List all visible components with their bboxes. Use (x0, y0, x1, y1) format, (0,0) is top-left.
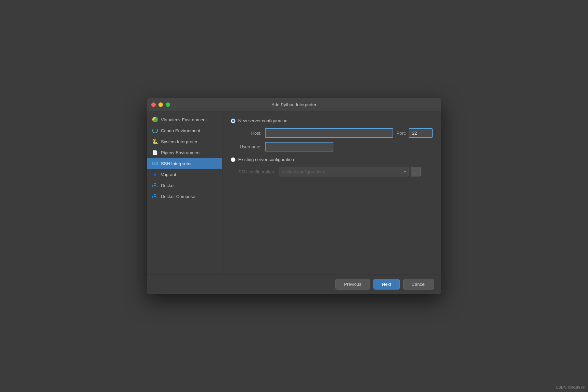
port-label: Port: (397, 131, 406, 136)
sidebar-item-vagrant[interactable]: V Vagrant (147, 169, 222, 180)
main-content: New server configuration Host: Port: Use… (222, 111, 441, 274)
port-row: Port: (397, 128, 433, 138)
svg-rect-4 (154, 183, 155, 184)
ssh-config-dots-button[interactable]: ... (411, 167, 421, 176)
new-server-radio[interactable] (231, 119, 235, 123)
sidebar-item-pipenv[interactable]: 📄 Pipenv Environment (147, 147, 222, 158)
svg-rect-10 (155, 194, 156, 195)
docker-icon (152, 182, 158, 188)
existing-server-radio[interactable] (231, 157, 235, 162)
conda-icon (152, 127, 158, 134)
port-input[interactable] (409, 128, 433, 138)
watermark: CSDN @itoshi rin (556, 385, 585, 389)
ssh-config-select-wrapper: <select configuration> ▼ (279, 167, 409, 176)
sidebar-label-vagrant: Vagrant (161, 172, 176, 177)
cancel-button[interactable]: Cancel (403, 279, 434, 290)
username-input[interactable] (265, 142, 333, 151)
new-server-label[interactable]: New server configuration (238, 118, 287, 123)
maximize-button[interactable] (166, 102, 170, 107)
docker-compose-icon (152, 193, 158, 199)
next-button[interactable]: Next (373, 279, 400, 290)
ssh-config-select[interactable]: <select configuration> (279, 167, 409, 176)
sidebar-item-conda[interactable]: Conda Environment (147, 125, 222, 136)
host-label: Host: (231, 131, 261, 136)
add-python-interpreter-dialog: Add Python Interpreter Virtualenv Enviro… (147, 98, 441, 294)
pipenv-icon: 📄 (152, 149, 158, 156)
sidebar-item-ssh[interactable]: SSH Interpreter (147, 158, 222, 169)
svg-rect-6 (152, 196, 153, 197)
sidebar-item-system[interactable]: 🐍 System Interpreter (147, 136, 222, 147)
svg-rect-9 (154, 194, 155, 195)
dialog-body: Virtualenv Environment Conda Environment… (147, 111, 441, 274)
sidebar-label-conda: Conda Environment (161, 128, 200, 133)
existing-server-label[interactable]: Existing server configuration (238, 157, 294, 162)
existing-server-radio-row: Existing server configuration (231, 157, 433, 162)
sidebar-label-docker-compose: Docker Compose (161, 194, 195, 199)
host-input[interactable] (265, 128, 393, 138)
sidebar-label-docker: Docker (161, 183, 175, 188)
svg-rect-2 (154, 185, 155, 186)
ssh-config-row: SSH configuration: <select configuration… (238, 167, 433, 176)
minimize-button[interactable] (158, 102, 163, 107)
username-label: Username: (231, 144, 261, 149)
sidebar-item-docker-compose[interactable]: Docker Compose (147, 191, 222, 202)
vagrant-icon: V (152, 171, 158, 177)
dialog-title: Add Python Interpreter (272, 102, 317, 107)
sidebar-item-docker[interactable]: Docker (147, 180, 222, 191)
sidebar-item-virtualenv[interactable]: Virtualenv Environment (147, 114, 222, 125)
title-bar: Add Python Interpreter (147, 98, 441, 111)
window-controls (151, 102, 170, 107)
svg-rect-3 (155, 185, 156, 186)
svg-rect-8 (155, 196, 156, 197)
sidebar-label-virtualenv: Virtualenv Environment (161, 117, 207, 122)
ssh-config-label: SSH configuration: (238, 169, 275, 174)
new-server-radio-row: New server configuration (231, 118, 433, 123)
existing-server-section: Existing server configuration SSH config… (231, 157, 433, 176)
previous-button[interactable]: Previous (335, 279, 370, 290)
close-button[interactable] (151, 102, 156, 107)
svg-rect-1 (152, 185, 153, 186)
svg-rect-5 (155, 183, 156, 184)
dialog-footer: Previous Next Cancel (147, 274, 441, 294)
sidebar-label-pipenv: Pipenv Environment (161, 150, 201, 155)
sidebar-label-system: System Interpreter (161, 139, 197, 144)
ssh-icon (152, 160, 158, 167)
system-icon: 🐍 (152, 138, 158, 145)
sidebar: Virtualenv Environment Conda Environment… (147, 111, 222, 274)
host-port-row: Host: Port: (231, 128, 433, 138)
username-row: Username: (231, 142, 433, 151)
svg-rect-7 (154, 196, 155, 197)
virtualenv-icon (152, 117, 158, 123)
sidebar-label-ssh: SSH Interpreter (161, 161, 192, 166)
